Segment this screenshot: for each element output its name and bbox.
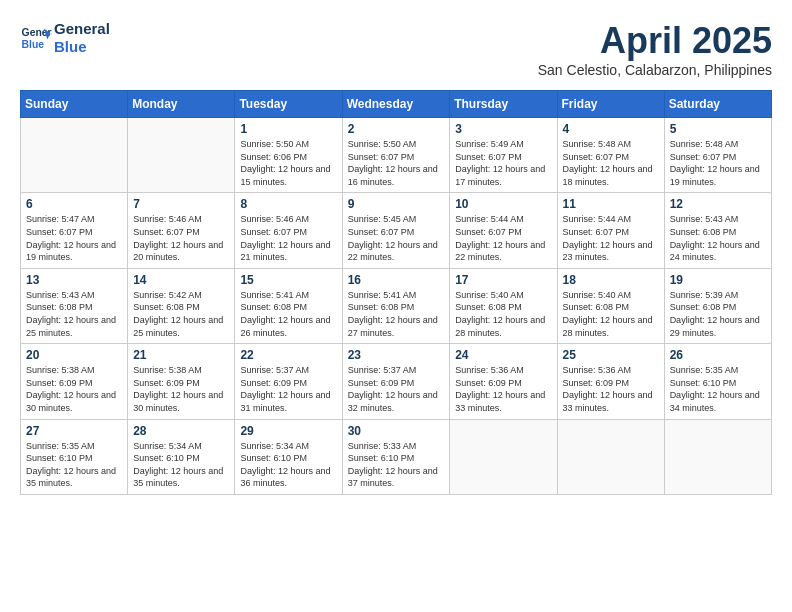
calendar-table: SundayMondayTuesdayWednesdayThursdayFrid… [20,90,772,495]
calendar-cell: 25Sunrise: 5:36 AMSunset: 6:09 PMDayligh… [557,344,664,419]
logo-icon: General Blue [20,22,52,54]
day-number: 28 [133,424,229,438]
day-info: Sunrise: 5:36 AMSunset: 6:09 PMDaylight:… [563,364,659,414]
day-number: 9 [348,197,445,211]
day-number: 6 [26,197,122,211]
calendar-cell: 11Sunrise: 5:44 AMSunset: 6:07 PMDayligh… [557,193,664,268]
calendar-week-4: 20Sunrise: 5:38 AMSunset: 6:09 PMDayligh… [21,344,772,419]
calendar-cell: 1Sunrise: 5:50 AMSunset: 6:06 PMDaylight… [235,118,342,193]
calendar-cell [557,419,664,494]
day-number: 7 [133,197,229,211]
calendar-cell: 17Sunrise: 5:40 AMSunset: 6:08 PMDayligh… [450,268,557,343]
calendar-cell [450,419,557,494]
day-info: Sunrise: 5:44 AMSunset: 6:07 PMDaylight:… [455,213,551,263]
day-number: 25 [563,348,659,362]
day-info: Sunrise: 5:42 AMSunset: 6:08 PMDaylight:… [133,289,229,339]
day-number: 10 [455,197,551,211]
page-container: General Blue General Blue April 2025 San… [20,20,772,495]
calendar-cell [664,419,771,494]
calendar-week-5: 27Sunrise: 5:35 AMSunset: 6:10 PMDayligh… [21,419,772,494]
calendar-cell: 20Sunrise: 5:38 AMSunset: 6:09 PMDayligh… [21,344,128,419]
day-number: 11 [563,197,659,211]
day-number: 14 [133,273,229,287]
day-info: Sunrise: 5:43 AMSunset: 6:08 PMDaylight:… [26,289,122,339]
weekday-header-monday: Monday [128,91,235,118]
day-info: Sunrise: 5:47 AMSunset: 6:07 PMDaylight:… [26,213,122,263]
day-info: Sunrise: 5:44 AMSunset: 6:07 PMDaylight:… [563,213,659,263]
calendar-cell: 9Sunrise: 5:45 AMSunset: 6:07 PMDaylight… [342,193,450,268]
day-info: Sunrise: 5:50 AMSunset: 6:07 PMDaylight:… [348,138,445,188]
day-number: 29 [240,424,336,438]
day-info: Sunrise: 5:40 AMSunset: 6:08 PMDaylight:… [563,289,659,339]
day-info: Sunrise: 5:39 AMSunset: 6:08 PMDaylight:… [670,289,766,339]
day-info: Sunrise: 5:33 AMSunset: 6:10 PMDaylight:… [348,440,445,490]
calendar-cell: 14Sunrise: 5:42 AMSunset: 6:08 PMDayligh… [128,268,235,343]
day-number: 19 [670,273,766,287]
calendar-cell: 24Sunrise: 5:36 AMSunset: 6:09 PMDayligh… [450,344,557,419]
day-number: 4 [563,122,659,136]
calendar-cell: 4Sunrise: 5:48 AMSunset: 6:07 PMDaylight… [557,118,664,193]
day-info: Sunrise: 5:37 AMSunset: 6:09 PMDaylight:… [240,364,336,414]
calendar-cell: 5Sunrise: 5:48 AMSunset: 6:07 PMDaylight… [664,118,771,193]
calendar-week-3: 13Sunrise: 5:43 AMSunset: 6:08 PMDayligh… [21,268,772,343]
weekday-header-thursday: Thursday [450,91,557,118]
day-info: Sunrise: 5:35 AMSunset: 6:10 PMDaylight:… [26,440,122,490]
day-number: 21 [133,348,229,362]
day-info: Sunrise: 5:35 AMSunset: 6:10 PMDaylight:… [670,364,766,414]
day-info: Sunrise: 5:48 AMSunset: 6:07 PMDaylight:… [670,138,766,188]
calendar-cell: 13Sunrise: 5:43 AMSunset: 6:08 PMDayligh… [21,268,128,343]
calendar-cell: 29Sunrise: 5:34 AMSunset: 6:10 PMDayligh… [235,419,342,494]
calendar-cell: 12Sunrise: 5:43 AMSunset: 6:08 PMDayligh… [664,193,771,268]
day-info: Sunrise: 5:38 AMSunset: 6:09 PMDaylight:… [133,364,229,414]
calendar-cell: 23Sunrise: 5:37 AMSunset: 6:09 PMDayligh… [342,344,450,419]
logo-general: General [54,20,110,38]
day-info: Sunrise: 5:46 AMSunset: 6:07 PMDaylight:… [133,213,229,263]
day-number: 20 [26,348,122,362]
logo-blue: Blue [54,38,110,56]
day-number: 8 [240,197,336,211]
day-info: Sunrise: 5:45 AMSunset: 6:07 PMDaylight:… [348,213,445,263]
day-number: 3 [455,122,551,136]
day-info: Sunrise: 5:38 AMSunset: 6:09 PMDaylight:… [26,364,122,414]
calendar-cell: 7Sunrise: 5:46 AMSunset: 6:07 PMDaylight… [128,193,235,268]
day-info: Sunrise: 5:41 AMSunset: 6:08 PMDaylight:… [348,289,445,339]
calendar-cell: 26Sunrise: 5:35 AMSunset: 6:10 PMDayligh… [664,344,771,419]
calendar-week-1: 1Sunrise: 5:50 AMSunset: 6:06 PMDaylight… [21,118,772,193]
weekday-header-saturday: Saturday [664,91,771,118]
day-info: Sunrise: 5:43 AMSunset: 6:08 PMDaylight:… [670,213,766,263]
calendar-cell: 16Sunrise: 5:41 AMSunset: 6:08 PMDayligh… [342,268,450,343]
day-number: 5 [670,122,766,136]
day-number: 13 [26,273,122,287]
calendar-cell [21,118,128,193]
day-number: 27 [26,424,122,438]
location-title: San Celestio, Calabarzon, Philippines [538,62,772,78]
day-info: Sunrise: 5:37 AMSunset: 6:09 PMDaylight:… [348,364,445,414]
calendar-cell: 6Sunrise: 5:47 AMSunset: 6:07 PMDaylight… [21,193,128,268]
day-info: Sunrise: 5:40 AMSunset: 6:08 PMDaylight:… [455,289,551,339]
weekday-header-friday: Friday [557,91,664,118]
day-number: 30 [348,424,445,438]
title-area: April 2025 San Celestio, Calabarzon, Phi… [538,20,772,78]
day-info: Sunrise: 5:48 AMSunset: 6:07 PMDaylight:… [563,138,659,188]
day-info: Sunrise: 5:50 AMSunset: 6:06 PMDaylight:… [240,138,336,188]
calendar-cell: 18Sunrise: 5:40 AMSunset: 6:08 PMDayligh… [557,268,664,343]
day-number: 24 [455,348,551,362]
day-info: Sunrise: 5:34 AMSunset: 6:10 PMDaylight:… [240,440,336,490]
month-title: April 2025 [538,20,772,62]
day-info: Sunrise: 5:34 AMSunset: 6:10 PMDaylight:… [133,440,229,490]
day-number: 12 [670,197,766,211]
day-number: 23 [348,348,445,362]
day-info: Sunrise: 5:41 AMSunset: 6:08 PMDaylight:… [240,289,336,339]
calendar-cell [128,118,235,193]
day-number: 17 [455,273,551,287]
day-info: Sunrise: 5:46 AMSunset: 6:07 PMDaylight:… [240,213,336,263]
calendar-cell: 27Sunrise: 5:35 AMSunset: 6:10 PMDayligh… [21,419,128,494]
calendar-week-2: 6Sunrise: 5:47 AMSunset: 6:07 PMDaylight… [21,193,772,268]
calendar-cell: 28Sunrise: 5:34 AMSunset: 6:10 PMDayligh… [128,419,235,494]
svg-text:Blue: Blue [22,39,45,50]
calendar-cell: 2Sunrise: 5:50 AMSunset: 6:07 PMDaylight… [342,118,450,193]
calendar-cell: 8Sunrise: 5:46 AMSunset: 6:07 PMDaylight… [235,193,342,268]
calendar-cell: 22Sunrise: 5:37 AMSunset: 6:09 PMDayligh… [235,344,342,419]
day-number: 26 [670,348,766,362]
day-number: 2 [348,122,445,136]
